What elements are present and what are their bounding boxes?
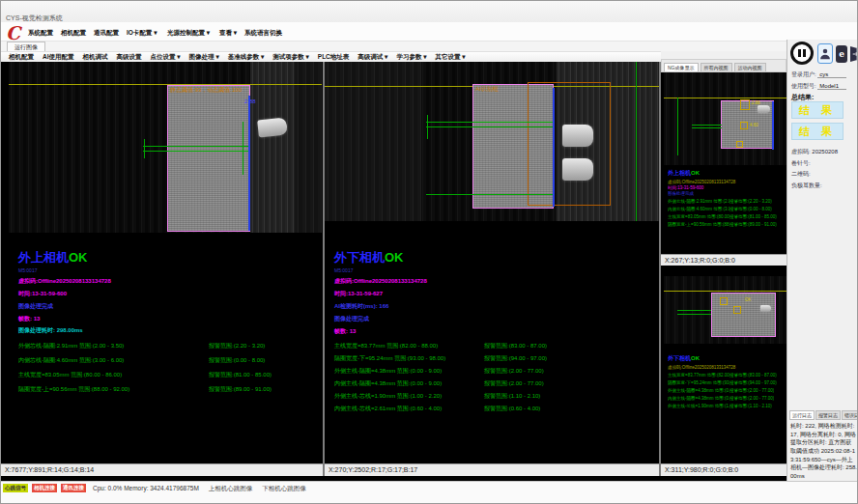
mid-ai-time: AI检测耗时(ms): 166 [334, 302, 653, 311]
tool-plc-table[interactable]: PLC地址表 [318, 53, 350, 62]
measure-value-label: 2.88 [244, 98, 256, 104]
upper-camera-heartbeat-link[interactable]: 上相机心跳图像 [209, 484, 253, 493]
measure-bracket-green [144, 139, 145, 158]
thumb1-done: 图像处理完成 [668, 191, 785, 196]
titlebar: CYS-视觉检测系统 [1, 1, 858, 22]
measure-row: 隔圈宽度-上=90.56mm 范围:(88.00 - 92.00)报警范围:(8… [668, 222, 785, 227]
tab-count-label: 负极耳数量: [791, 182, 822, 188]
mid-camera-view[interactable]: AI识别框 [325, 62, 659, 221]
measure-line-green [426, 194, 554, 195]
left-camera-status: OK [69, 250, 88, 265]
measure-bracket-green [427, 115, 428, 139]
login-field: 登录用户: cys [791, 70, 846, 79]
measure-line-blue [248, 96, 250, 231]
exit-button[interactable] [849, 43, 858, 64]
thumb2-camera-view[interactable]: OK [664, 276, 786, 344]
left-time: 时间:13-31-59-600 [18, 290, 320, 298]
measure-row: 主线宽度=83.77mm 范围:(82.00 - 88.00)报警范围:(83.… [668, 373, 785, 378]
tool-baseline[interactable]: 基准线参数 ▾ [228, 53, 265, 62]
connector-part [760, 305, 771, 312]
tab-run-image[interactable]: 运行图像 [7, 42, 45, 51]
baseline-yellow-line [9, 84, 322, 85]
product-region [167, 85, 250, 232]
thumb1-value-label: 2.88 [752, 100, 760, 105]
qr-field: 二维码: [791, 170, 811, 179]
sidebar: e 登录用户: cys 使用型号: Model1 总结果: 结 果 结 果 虚拟… [786, 40, 858, 481]
measure-line-green [426, 122, 554, 123]
virtual-code-field: 虚拟码: 20250208 [791, 148, 838, 156]
measure-row: 隔圈宽度-下=95.24mm 范围:(93.00 - 98.00)报警范围:(9… [334, 354, 653, 367]
left-camera-view[interactable]: 静态阈值:93，动态阈值:100 2.88 [9, 62, 322, 233]
menu-comm-config[interactable]: 通讯配置 [94, 29, 119, 38]
menu-view[interactable]: 查看 ▾ [219, 29, 237, 38]
menu-io-config[interactable]: IO卡配置 ▾ [127, 29, 157, 38]
tool-other-settings[interactable]: 其它设置 ▾ [435, 53, 465, 62]
mid-process-done: 图像处理完成 [334, 315, 653, 323]
tab-all-views[interactable]: 所有内视图 [701, 63, 732, 71]
menubar: C 系统配置 相机配置 通讯配置 IO卡配置 ▾ 光源控制配置 ▾ 查看 ▾ 系… [1, 22, 858, 42]
machine-bright-band [250, 62, 295, 233]
cpu-memory-readout: Cpu: 0.0% Memory: 3424.41796875M [93, 484, 199, 491]
tool-point-settings[interactable]: 点位设置 ▾ [151, 53, 181, 62]
panel-divider [659, 62, 661, 476]
user-login-button[interactable] [817, 43, 833, 64]
tool-advanced[interactable]: 高级设置 [117, 53, 142, 62]
mid-frame-count: 帧数: 13 [334, 327, 653, 336]
measure-row: 隔圈宽度-下=95.24mm 范围:(93.00 - 98.00)报警范围:(9… [668, 380, 785, 385]
app-window: CYS-视觉检测系统 C 系统配置 相机配置 通讯配置 IO卡配置 ▾ 光源控制… [0, 0, 858, 504]
edge-line-green [677, 98, 678, 155]
tool-camera-config[interactable]: 相机配置 [9, 53, 34, 62]
ai-box-label: AI识别框 [475, 85, 499, 94]
log-tab-error[interactable]: 错误日志 [842, 410, 858, 420]
mid-result-block: 外下相机OK M5:0017 虚拟码:Offline20250208133134… [334, 248, 653, 417]
lower-camera-heartbeat-link[interactable]: 下相机心跳图像 [262, 484, 306, 493]
model-value[interactable]: Model1 [817, 83, 846, 90]
log-tab-run[interactable]: 运行日志 [789, 410, 815, 420]
login-value[interactable]: cys [817, 71, 846, 78]
measure-line-green [692, 125, 722, 126]
menu-light-config[interactable]: 光源控制配置 ▾ [167, 29, 210, 38]
log-tab-alarm[interactable]: 报警日志 [815, 410, 841, 420]
tool-test-params[interactable]: 测试项参数 ▾ [272, 53, 309, 62]
tab-ng-display[interactable]: NG成像显示 [664, 63, 699, 71]
measure-line-green [143, 146, 249, 147]
tool-camera-debug[interactable]: 相机调试 [83, 53, 108, 62]
menu-language-switch[interactable]: 系统语言切换 [244, 29, 282, 38]
result-box-1: 结 果 [791, 101, 844, 119]
ai-detect-box [528, 82, 611, 206]
measure-line-green [692, 127, 722, 128]
e-icon: e [839, 49, 844, 59]
machine-band [295, 62, 322, 233]
tab-count-field: 负极耳数量: [791, 182, 822, 190]
left-virtual-code: 虚拟码:Offline20250208133134728 [18, 277, 320, 286]
menu-system-config[interactable]: 系统配置 [28, 29, 53, 38]
model-label: 使用型号: [791, 83, 816, 89]
e-book-button[interactable]: e [836, 45, 847, 63]
tool-learn-params[interactable]: 学习参数 ▾ [396, 53, 426, 62]
app-logo-icon: C [6, 22, 20, 43]
thumb2-code: 虚拟码:Offline20250208133134728 [668, 365, 785, 370]
status-bar: 心跳信号 相机连接 通讯连接 Cpu: 0.0% Memory: 3424.41… [1, 481, 858, 504]
mid-camera-status: OK [385, 250, 404, 265]
measure-line-blue [553, 88, 555, 207]
measure-row: 外侧主线-隔圈=4.38mm 范围:(0.00 - 9.00)报警范围:(2.0… [668, 388, 785, 393]
log-text: 耗时: 222, 网络检测耗时: 17, 网络分离耗时: 0, 网络提取分区耗时… [790, 422, 857, 481]
left-cursor-readout: X:7677;Y:891;R:14;G:14;B:14 [1, 463, 323, 476]
tab-motion-views[interactable]: 运动内视图 [734, 63, 766, 71]
camera-link-badge: 相机连接 [32, 484, 57, 492]
measure-row: 内侧主线-隔圈=4.38mm 范围:(0.00 - 9.00)报警范围:(2.0… [334, 379, 653, 392]
measure-row: 主线宽度=83.77mm 范围:(82.00 - 88.00)报警范围:(83.… [334, 342, 653, 354]
pause-icon [798, 49, 801, 57]
virtual-code-value: 20250208 [812, 149, 838, 154]
left-frame-count: 帧数: 13 [18, 315, 320, 323]
measure-row: 外侧主线-隔圈=4.38mm 范围:(0.00 - 9.00)报警范围:(2.0… [334, 367, 653, 379]
tool-image-process[interactable]: 图像处理 ▾ [189, 53, 219, 62]
thumb1-camera-view[interactable]: 2.88 4.60 [664, 72, 786, 165]
tool-adv-debug[interactable]: 高级调试 ▾ [358, 53, 387, 62]
tab-strip: 运行图像 [1, 42, 786, 51]
thumb2-value-label: OK [745, 297, 752, 302]
menu-camera-config[interactable]: 相机配置 [61, 29, 86, 38]
measure-row: 内侧芯线-隔圈:4.60mm 范围:(3.00 - 6.00)报警范围:(0.0… [18, 356, 320, 371]
tool-ai-config[interactable]: AI使用配置 [43, 53, 74, 62]
pause-button[interactable] [790, 42, 814, 65]
